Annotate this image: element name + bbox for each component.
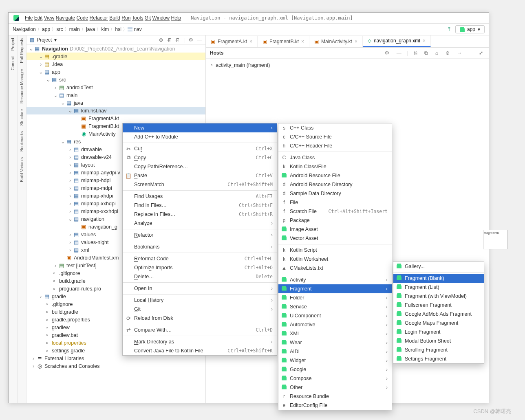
menu-run[interactable]: Run <box>121 15 130 21</box>
menu-item[interactable]: Fragment (with ViewModel) <box>393 292 484 301</box>
menu-item[interactable]: cC/C++ Source File <box>278 132 392 141</box>
menu-item[interactable]: Delete…Delete <box>123 272 277 281</box>
menu-item[interactable]: UiComponent› <box>278 311 392 320</box>
nest-graph-icon[interactable]: ⧉ <box>423 50 430 56</box>
toolwin-tab-commit[interactable]: Commit <box>11 56 15 70</box>
locate-icon[interactable]: ⊕ <box>159 37 163 43</box>
hide-icon[interactable]: — <box>197 37 202 43</box>
menu-item[interactable]: Other› <box>278 383 392 392</box>
close-tab-icon[interactable]: × <box>355 39 357 44</box>
menu-item[interactable]: Google› <box>278 365 392 374</box>
tree-node[interactable]: ›▤.idea <box>26 60 205 68</box>
menu-item[interactable]: Find in Files…Ctrl+Shift+F <box>123 201 277 210</box>
menu-item[interactable]: Bookmarks› <box>123 242 277 251</box>
menu-item[interactable]: Gallery... <box>393 262 484 271</box>
tree-node[interactable]: ›▤androidTest <box>26 84 205 91</box>
menu-edit[interactable]: Edit <box>34 15 43 21</box>
menu-item[interactable]: Refactor› <box>123 231 277 240</box>
tree-root[interactable]: ⌄▤NavigationD:\002_Project\002_Android_L… <box>26 45 205 53</box>
editor-tab[interactable]: ▣MainActivity.kt× <box>309 36 363 47</box>
menu-item[interactable]: Compose› <box>278 374 392 383</box>
menu-item[interactable]: Reformat CodeCtrl+Alt+L <box>123 254 277 263</box>
close-tab-icon[interactable]: × <box>249 39 252 44</box>
link-icon[interactable]: ⊘ <box>444 50 451 56</box>
menu-item[interactable]: Fullscreen Fragment <box>393 301 484 310</box>
breadcrumb-item[interactable]: hsl <box>115 26 121 32</box>
expand-icon[interactable]: ⇵ <box>167 37 171 43</box>
breadcrumb-item[interactable]: java <box>86 26 95 32</box>
menu-item[interactable]: Modal Bottom Sheet <box>393 336 484 345</box>
menu-item[interactable]: Automotive› <box>278 320 392 329</box>
menu-item[interactable]: ▲CMakeLists.txt <box>278 264 392 273</box>
menu-item[interactable]: dSample Data Directory <box>278 189 392 198</box>
menu-item[interactable]: eEditorConfig File <box>278 401 392 410</box>
menu-item[interactable]: Google AdMob Ads Fragment <box>393 310 484 319</box>
menu-item[interactable]: Android Resource File <box>278 171 392 180</box>
menu-item[interactable]: ⟳Reload from Disk <box>123 314 277 323</box>
add-destination-icon[interactable]: ⎘ <box>412 50 419 56</box>
menu-item[interactable]: Add C++ to Module <box>123 132 277 141</box>
breadcrumb-item[interactable]: ▤ nav <box>128 26 142 32</box>
menu-item[interactable]: Replace in Files…Ctrl+Shift+R <box>123 210 277 219</box>
breadcrumb-item[interactable]: app <box>42 26 50 32</box>
run-config-selector[interactable]: app ▾ <box>455 25 485 33</box>
menu-item[interactable]: ✂CutCtrl+X <box>123 144 277 153</box>
menu-item[interactable]: Settings Fragment <box>393 354 484 363</box>
close-tab-icon[interactable]: × <box>423 38 426 44</box>
menu-item[interactable]: Fragment (List) <box>393 283 484 292</box>
tree-node[interactable]: ⌄▤app <box>26 68 205 76</box>
menu-item[interactable]: hC/C++ Header File <box>278 141 392 150</box>
menu-item[interactable]: Convert Java File to Kotlin FileCtrl+Alt… <box>123 346 277 355</box>
menu-item[interactable]: Widget› <box>278 356 392 365</box>
menu-item[interactable]: Mark Directory as› <box>123 337 277 346</box>
menu-item[interactable]: Optimize ImportsCtrl+Alt+O <box>123 263 277 272</box>
menu-item[interactable]: fScratch FileCtrl+Alt+Shift+Insert <box>278 207 392 216</box>
menu-item[interactable]: Folder› <box>278 293 392 302</box>
menu-tools[interactable]: Tools <box>132 15 143 21</box>
menu-item[interactable]: sC++ Class <box>278 123 392 132</box>
menu-item[interactable]: Activity› <box>278 275 392 284</box>
project-label[interactable]: Project <box>37 37 52 43</box>
tree-node[interactable]: ⌄▤main <box>26 91 205 99</box>
editor-tab[interactable]: ◇navigation_graph.xml× <box>363 35 431 47</box>
menu-item[interactable]: Open In› <box>123 284 277 293</box>
menu-help[interactable]: Help <box>171 15 181 21</box>
toolwin-tab-resource-manager[interactable]: Resource Manager <box>20 69 24 103</box>
menu-item[interactable]: Service› <box>278 302 392 311</box>
menu-item[interactable]: XML› <box>278 329 392 338</box>
menu-item[interactable]: Find UsagesAlt+F7 <box>123 192 277 201</box>
minimize-icon[interactable]: — <box>395 50 403 56</box>
menu-item[interactable]: kKotlin Class/File <box>278 162 392 171</box>
toolwin-tab-bookmarks[interactable]: Bookmarks <box>20 131 24 152</box>
home-icon[interactable]: ⌂ <box>434 50 440 56</box>
toolwin-tab-build-variants[interactable]: Build Variants <box>20 157 24 182</box>
chevron-down-icon[interactable]: ▾ <box>54 37 57 43</box>
menu-item[interactable]: Local History› <box>123 296 277 305</box>
menu-item[interactable]: ScreenMatchCtrl+Alt+Shift+M <box>123 180 277 189</box>
menu-view[interactable]: View <box>44 15 55 21</box>
menu-item[interactable]: AIDL› <box>278 347 392 356</box>
menu-item[interactable]: ⇄Compare With…Ctrl+D <box>123 325 277 334</box>
breadcrumb-item[interactable]: src <box>56 26 63 32</box>
menu-item[interactable]: Vector Asset <box>278 234 392 243</box>
menu-navigate[interactable]: Navigate <box>56 15 75 21</box>
menu-item[interactable]: 📋PasteCtrl+V <box>123 171 277 180</box>
tree-node[interactable]: ⌄▤kim.hsl.nav <box>26 107 205 114</box>
build-icon[interactable]: ⤒ <box>447 26 451 32</box>
menu-file[interactable]: File <box>25 15 33 21</box>
menu-window[interactable]: Window <box>152 15 170 21</box>
collapse-icon[interactable]: ⇵ <box>175 37 179 43</box>
menu-item[interactable]: Fragment (Blank) <box>393 274 484 283</box>
menu-item[interactable]: ⧉CopyCtrl+C <box>123 153 277 162</box>
menu-item[interactable]: rResource Bundle <box>278 392 392 401</box>
menu-item[interactable]: Login Fragment <box>393 328 484 336</box>
menu-refactor[interactable]: Refactor <box>90 15 108 21</box>
editor-tab[interactable]: ▣FragmentA.kt× <box>206 36 258 47</box>
breadcrumb-item[interactable]: kim <box>101 26 109 32</box>
context-submenu-new[interactable]: sC++ ClasscC/C++ Source FilehC/C++ Heade… <box>278 123 392 410</box>
menu-item[interactable]: CJava Class <box>278 153 392 162</box>
menu-item[interactable]: pPackage <box>278 216 392 225</box>
menu-item[interactable]: New› <box>123 123 277 132</box>
menu-item[interactable]: dAndroid Resource Directory <box>278 180 392 189</box>
menu-item[interactable]: Scrolling Fragment <box>393 345 484 354</box>
